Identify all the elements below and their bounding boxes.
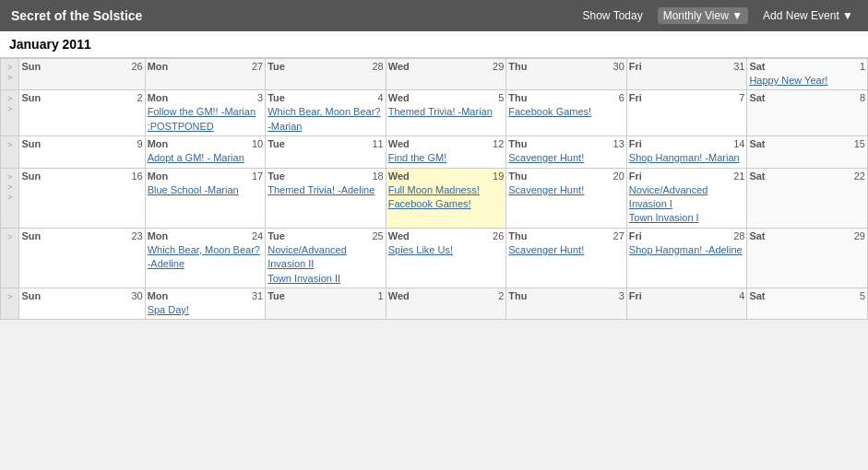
event-link[interactable]: Facebook Games! [508, 105, 624, 119]
day-name: Mon [148, 138, 169, 149]
event-link[interactable]: Facebook Games! [388, 197, 505, 211]
event-link[interactable]: Scavenger Hunt! [508, 151, 624, 165]
day-number: 30 [613, 61, 624, 72]
event-link[interactable]: Town Invasion II [268, 272, 384, 286]
cell-header: Sun9 [21, 138, 142, 149]
event-link[interactable]: Novice/Advanced Invasion I [629, 183, 745, 212]
cell-header: Tue18 [268, 170, 384, 182]
event-link[interactable]: Scavenger Hunt! [508, 183, 624, 197]
event-link[interactable]: Adopt a GM! - Marian [148, 151, 264, 165]
day-name: Sun [21, 138, 41, 149]
calendar-cell: Wed12Find the GM! [386, 136, 506, 168]
cell-header: Thu20 [508, 170, 624, 182]
event-link[interactable]: Spa Day! [148, 303, 264, 317]
cell-header: Thu30 [508, 61, 624, 72]
day-number: 27 [252, 61, 263, 72]
event-link[interactable]: Shop Hangman! -Adeline [629, 243, 745, 257]
event-link[interactable]: Happy New Year! [749, 74, 865, 88]
app-header: Secret of the Solstice Show Today Monthl… [0, 0, 868, 58]
cell-header: Fri7 [629, 92, 745, 103]
week-row: >>Sun26Mon27Tue28Wed29Thu30Fri31Sat1Happ… [1, 59, 868, 90]
day-number: 27 [613, 230, 624, 241]
day-name: Fri [629, 170, 642, 182]
cell-header: Sun26 [21, 61, 142, 72]
calendar: >>Sun26Mon27Tue28Wed29Thu30Fri31Sat1Happ… [0, 58, 868, 320]
header-controls: Show Today Monthly View ▼ Add New Event … [579, 7, 858, 24]
day-number: 26 [493, 230, 504, 241]
calendar-cell: Wed26Spies Like Us! [386, 228, 506, 288]
calendar-cell: Fri7 [626, 90, 747, 136]
day-name: Sat [749, 92, 765, 103]
calendar-cell: Wed2 [386, 288, 506, 319]
day-number: 7 [739, 92, 744, 103]
day-name: Fri [629, 290, 642, 301]
day-name: Thu [508, 92, 527, 103]
event-link[interactable]: Scavenger Hunt! [508, 243, 624, 257]
day-number: 24 [252, 230, 263, 241]
day-name: Thu [508, 61, 527, 72]
event-link[interactable]: Themed Trivia! -Adeline [268, 183, 384, 197]
day-number: 2 [498, 290, 504, 301]
calendar-cell: Thu30 [506, 59, 627, 90]
event-link[interactable]: Themed Trivia! -Marian [388, 105, 505, 119]
day-number: 13 [613, 138, 624, 149]
event-link[interactable]: Spies Like Us! [388, 243, 505, 257]
week-row: >Sun30Mon31Spa Day!Tue1Wed2Thu3Fri4Sat5 [1, 288, 868, 319]
event-link[interactable]: Town Invasion I [629, 211, 745, 225]
calendar-cell: Sun30 [19, 288, 145, 319]
event-link[interactable]: Follow the GM!! -Marian :POSTPONED [148, 105, 264, 134]
event-link[interactable]: Blue School -Marian [148, 183, 264, 197]
day-number: 2 [137, 92, 143, 103]
event-link[interactable]: Which Bear, Moon Bear? -Marian [268, 105, 384, 134]
day-name: Thu [508, 230, 527, 241]
cell-header: Mon17 [148, 170, 264, 182]
day-number: 31 [252, 290, 263, 301]
day-name: Sun [21, 170, 41, 182]
calendar-cell: Sat29 [747, 228, 868, 288]
cell-header: Sun23 [21, 230, 142, 241]
cell-header: Mon10 [148, 138, 264, 149]
cell-header: Fri28 [629, 230, 745, 241]
day-name: Sat [749, 230, 765, 241]
day-name: Thu [508, 170, 527, 182]
add-new-event-button[interactable]: Add New Event ▼ [759, 7, 857, 24]
day-number: 1 [860, 61, 865, 72]
day-number: 18 [372, 170, 383, 182]
day-name: Sat [749, 290, 765, 301]
day-name: Tue [268, 230, 285, 241]
cell-header: Fri14 [629, 138, 745, 149]
day-number: 28 [733, 230, 744, 241]
week-indicator: > [1, 136, 19, 168]
day-number: 22 [854, 170, 865, 182]
event-link[interactable]: Find the GM! [388, 151, 505, 165]
day-name: Fri [629, 92, 642, 103]
day-number: 28 [372, 61, 383, 72]
day-name: Mon [148, 230, 169, 241]
event-link[interactable]: Novice/Advanced Invasion II [268, 243, 384, 272]
calendar-cell: Fri31 [626, 59, 747, 90]
cell-header: Wed12 [388, 138, 505, 149]
monthly-view-button[interactable]: Monthly View ▼ [658, 7, 748, 24]
day-name: Wed [388, 92, 410, 103]
calendar-cell: Wed19Full Moon Madness!Facebook Games! [386, 168, 506, 228]
show-today-button[interactable]: Show Today [579, 7, 647, 24]
cell-header: Sat5 [749, 290, 865, 301]
cell-header: Sat1 [749, 61, 865, 72]
event-link[interactable]: Shop Hangman! -Marian [629, 151, 745, 165]
day-name: Sat [749, 61, 765, 72]
calendar-cell: Wed5Themed Trivia! -Marian [386, 90, 506, 136]
calendar-cell: Fri28Shop Hangman! -Adeline [626, 228, 747, 288]
day-number: 30 [131, 290, 142, 301]
day-name: Wed [388, 230, 410, 241]
day-number: 11 [372, 138, 383, 149]
day-name: Fri [629, 138, 642, 149]
day-number: 4 [739, 290, 744, 301]
calendar-cell: Mon10Adopt a GM! - Marian [145, 136, 266, 168]
event-link[interactable]: Full Moon Madness! [388, 183, 505, 197]
day-name: Fri [629, 230, 642, 241]
calendar-cell: Tue18Themed Trivia! -Adeline [266, 168, 386, 228]
cell-header: Wed19 [388, 170, 505, 182]
calendar-cell: Sun2 [19, 90, 145, 136]
cell-header: Sun16 [21, 170, 142, 182]
event-link[interactable]: Which Bear, Moon Bear? -Adeline [148, 243, 264, 272]
